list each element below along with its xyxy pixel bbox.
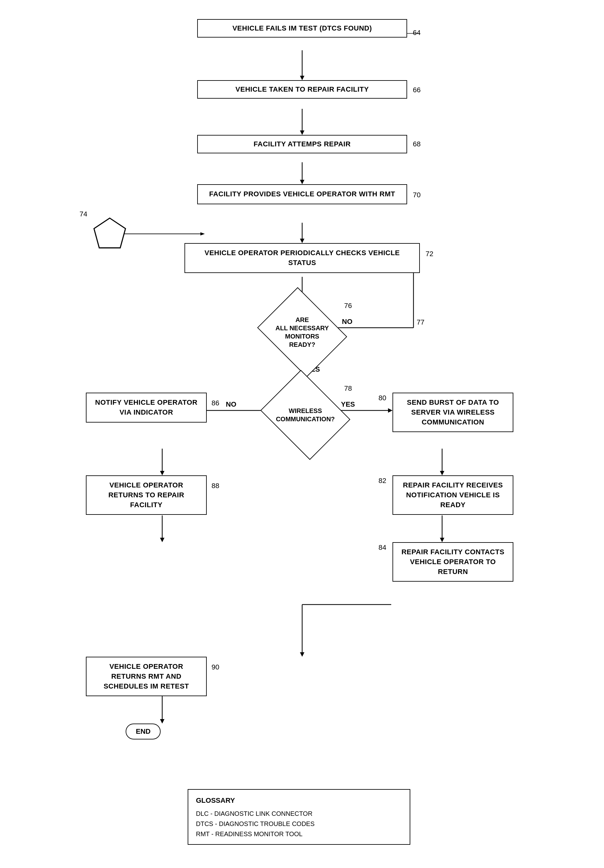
svg-marker-19 — [388, 408, 392, 413]
diagram-container: YES NO YES NO — [0, 0, 604, 868]
svg-marker-30 — [300, 652, 304, 657]
svg-marker-40 — [200, 232, 205, 236]
box-66: VEHICLE TAKEN TO REPAIR FACILITY — [197, 80, 407, 99]
box-72: VEHICLE OPERATOR PERIODICALLY CHECKS VEH… — [184, 243, 420, 273]
label-76: 76 — [344, 302, 352, 310]
box-84: REPAIR FACILITY CONTACTS VEHICLE OPERATO… — [392, 542, 513, 582]
diamond-78: WIRELESSCOMMUNICATION? — [261, 383, 350, 447]
label-70: 70 — [413, 191, 420, 199]
svg-marker-1 — [300, 76, 304, 80]
svg-marker-32 — [160, 471, 164, 475]
glossary-line-2: DTCS - DIAGNOSTIC TROUBLE CODES — [196, 819, 402, 829]
svg-text:NO: NO — [226, 400, 236, 408]
diamond-78-text: WIRELESSCOMMUNICATION? — [276, 407, 335, 423]
diamond-76-text: AREALL NECESSARYMONITORSREADY? — [276, 316, 329, 349]
box-86: NOTIFY VEHICLE OPERATOR VIA INDICATOR — [86, 393, 207, 423]
svg-marker-25 — [440, 471, 444, 475]
dash-74-arrow — [124, 232, 207, 236]
label-84: 84 — [378, 544, 386, 552]
box-64: VEHICLE FAILS IM TEST (DTCS FOUND) — [197, 19, 407, 37]
svg-marker-38 — [94, 218, 125, 248]
box-82: REPAIR FACILITY RECEIVES NOTIFICATION VE… — [392, 475, 513, 515]
svg-marker-3 — [300, 130, 304, 135]
svg-marker-27 — [440, 538, 444, 542]
label-86: 86 — [212, 399, 219, 407]
label-90: 90 — [212, 663, 219, 671]
label-77: 77 — [417, 318, 424, 327]
pentagon-icon — [92, 216, 127, 251]
label-66: 66 — [413, 86, 420, 94]
box-88: VEHICLE OPERATOR RETURNS TO REPAIR FACIL… — [86, 475, 207, 515]
dash-64 — [407, 32, 439, 35]
svg-marker-7 — [300, 239, 304, 243]
label-88: 88 — [212, 482, 219, 490]
label-78: 78 — [344, 384, 352, 393]
box-70: FACILITY PROVIDES VEHICLE OPERATOR WITH … — [197, 184, 407, 204]
svg-marker-5 — [300, 180, 304, 184]
label-64: 64 — [413, 29, 420, 37]
diamond-76: AREALL NECESSARYMONITORSREADY? — [258, 301, 347, 364]
svg-marker-36 — [160, 719, 164, 724]
glossary-title: GLOSSARY — [196, 795, 402, 806]
label-68: 68 — [413, 140, 420, 148]
box-80: SEND BURST OF DATA TO SERVER VIA WIRELES… — [392, 393, 513, 432]
glossary-line-1: DLC - DIAGNOSTIC LINK CONNECTOR — [196, 809, 402, 819]
end-oval: END — [125, 724, 161, 739]
glossary-box: GLOSSARY DLC - DIAGNOSTIC LINK CONNECTOR… — [187, 789, 410, 845]
label-80: 80 — [378, 394, 386, 402]
label-82: 82 — [378, 477, 386, 485]
label-72: 72 — [426, 250, 433, 258]
label-74: 74 — [79, 210, 87, 218]
box-68: FACILITY ATTEMPS REPAIR — [197, 135, 407, 153]
svg-marker-34 — [160, 538, 164, 542]
box-90: VEHICLE OPERATOR RETURNS RMT AND SCHEDUL… — [86, 657, 207, 696]
glossary-line-3: RMT - READINESS MONITOR TOOL — [196, 829, 402, 839]
